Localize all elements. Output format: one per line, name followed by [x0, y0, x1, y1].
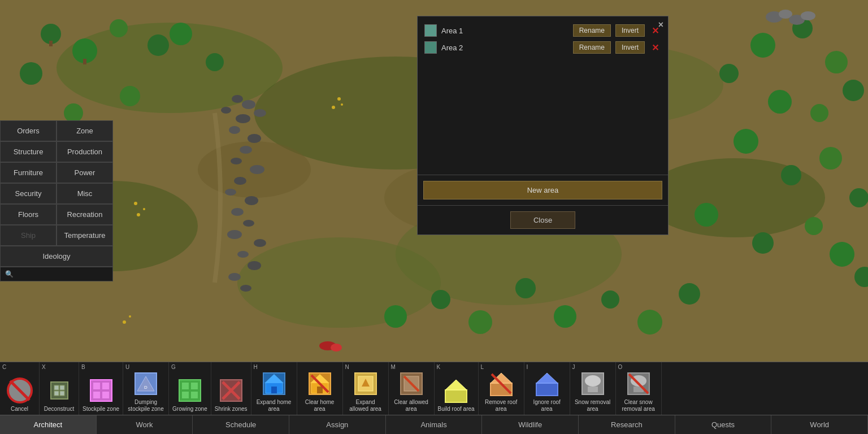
- remove-roof-svg: [488, 371, 514, 397]
- action-expand-allowed[interactable]: N Expand allowed area: [343, 362, 389, 415]
- svg-point-64: [248, 261, 261, 270]
- svg-rect-111: [317, 387, 323, 393]
- dumping-icon: D: [132, 370, 159, 397]
- expand-home-icon: [261, 370, 288, 397]
- hotkey-clear-allowed: M: [391, 364, 396, 370]
- svg-point-56: [234, 177, 246, 185]
- hotkey-clear-snow: O: [618, 364, 623, 370]
- shrink-icon: [218, 377, 245, 404]
- bottom-tabs: Architect Work Schedule Assign Animals W…: [0, 415, 868, 434]
- svg-point-52: [248, 134, 261, 143]
- action-shrink[interactable]: Shrink zones: [211, 362, 251, 415]
- action-clear-home[interactable]: Clear home area: [297, 362, 343, 415]
- deconstruct-svg: [46, 377, 72, 403]
- svg-point-54: [231, 158, 242, 164]
- svg-rect-100: [182, 392, 189, 398]
- action-snow-removal[interactable]: J Snow removal area: [570, 362, 616, 415]
- svg-rect-86: [60, 385, 64, 390]
- svg-point-72: [337, 97, 341, 101]
- sidebar-item-temperature[interactable]: Temperature: [57, 225, 113, 246]
- svg-point-48: [221, 107, 231, 114]
- action-label-build-roof: Build roof area: [438, 406, 475, 413]
- svg-point-71: [341, 103, 343, 106]
- modal-close-button[interactable]: ×: [658, 20, 663, 30]
- modal-new-area-row: New area: [418, 175, 668, 205]
- svg-point-30: [781, 165, 801, 185]
- svg-rect-93: [102, 392, 109, 398]
- svg-point-53: [240, 146, 252, 154]
- action-label-growing: Growing zone: [172, 406, 207, 413]
- bottom-toolbar: C Cancel X Deco: [0, 362, 868, 434]
- svg-point-59: [231, 208, 244, 216]
- tab-architect[interactable]: Architect: [0, 415, 97, 434]
- area-color-swatch: [424, 41, 437, 54]
- area-invert-button[interactable]: Invert: [615, 24, 645, 37]
- action-label-snow-removal: Snow removal area: [574, 399, 612, 413]
- search-input[interactable]: [0, 267, 113, 281]
- hotkey-build-roof: K: [437, 364, 441, 370]
- action-expand-home[interactable]: H Expand home area: [251, 362, 297, 415]
- svg-point-1: [57, 23, 283, 113]
- action-clear-snow[interactable]: O Clear snow removal area: [616, 362, 662, 415]
- action-dumping[interactable]: U D Dumping stockpile zone: [123, 362, 169, 415]
- svg-point-62: [254, 239, 266, 247]
- tab-research[interactable]: Research: [579, 415, 675, 434]
- shrink-svg: [218, 377, 244, 403]
- svg-point-66: [240, 285, 251, 292]
- new-area-button[interactable]: New area: [423, 181, 662, 199]
- sidebar-item-zone[interactable]: Zone: [57, 120, 113, 141]
- action-deconstruct[interactable]: X Deconstruct: [40, 362, 79, 415]
- area-invert-button[interactable]: Invert: [615, 41, 645, 54]
- area-rename-button[interactable]: Rename: [573, 24, 611, 37]
- sidebar-item-floors[interactable]: Floors: [0, 204, 57, 225]
- hotkey-stockpile: B: [81, 364, 85, 370]
- action-label-deconstruct: Deconstruct: [44, 406, 74, 413]
- action-build-roof[interactable]: K Build roof area: [435, 362, 479, 415]
- svg-point-38: [384, 305, 407, 328]
- tab-schedule[interactable]: Schedule: [193, 415, 289, 434]
- svg-point-26: [768, 90, 792, 114]
- sidebar-item-orders[interactable]: Orders: [0, 120, 57, 141]
- tab-work[interactable]: Work: [97, 415, 193, 434]
- action-growing[interactable]: G Growing zone: [169, 362, 211, 415]
- svg-point-17: [64, 103, 83, 123]
- area-rename-button[interactable]: Rename: [573, 41, 611, 54]
- hotkey-remove-roof: L: [481, 364, 484, 370]
- sidebar-item-structure[interactable]: Structure: [0, 141, 57, 162]
- action-ignore-roof[interactable]: I Ignore roof area: [524, 362, 570, 415]
- sidebar-item-recreation[interactable]: Recreation: [57, 204, 113, 225]
- tab-wildlife[interactable]: Wildlife: [482, 415, 579, 434]
- sidebar-item-ideology[interactable]: Ideology: [0, 246, 113, 267]
- growing-icon: [176, 377, 203, 404]
- tab-animals[interactable]: Animals: [386, 415, 483, 434]
- tab-world[interactable]: World: [771, 415, 868, 434]
- area-delete-button[interactable]: ✕: [649, 42, 661, 53]
- action-clear-allowed[interactable]: M Clear allowed area: [389, 362, 435, 415]
- area-name: Area 2: [441, 44, 568, 52]
- svg-rect-129: [588, 387, 598, 392]
- svg-point-21: [206, 53, 224, 71]
- svg-point-45: [679, 283, 700, 305]
- svg-point-35: [805, 217, 823, 235]
- modal-close-area-button[interactable]: Close: [510, 211, 575, 229]
- svg-rect-99: [191, 383, 198, 389]
- sidebar-item-production[interactable]: Production: [57, 141, 113, 162]
- svg-text:D: D: [144, 385, 147, 390]
- action-label-expand-allowed: Expand allowed area: [346, 399, 385, 413]
- action-stockpile[interactable]: B Stockpile zone: [79, 362, 123, 415]
- svg-point-20: [170, 23, 192, 45]
- action-remove-roof[interactable]: L Remove roof area: [479, 362, 524, 415]
- action-bar: C Cancel X Deco: [0, 362, 868, 415]
- tab-assign[interactable]: Assign: [289, 415, 386, 434]
- sidebar-item-security[interactable]: Security: [0, 183, 57, 204]
- svg-point-51: [229, 126, 240, 134]
- svg-point-31: [819, 147, 842, 170]
- tab-quests[interactable]: Quests: [675, 415, 772, 434]
- sidebar-item-power[interactable]: Power: [57, 162, 113, 183]
- area-item: Area 1 Rename Invert ✕: [423, 22, 662, 39]
- action-cancel[interactable]: C Cancel: [0, 362, 40, 415]
- sidebar-item-misc[interactable]: Misc: [57, 183, 113, 204]
- svg-rect-91: [102, 383, 109, 389]
- svg-point-55: [250, 165, 264, 174]
- sidebar-item-furniture[interactable]: Furniture: [0, 162, 57, 183]
